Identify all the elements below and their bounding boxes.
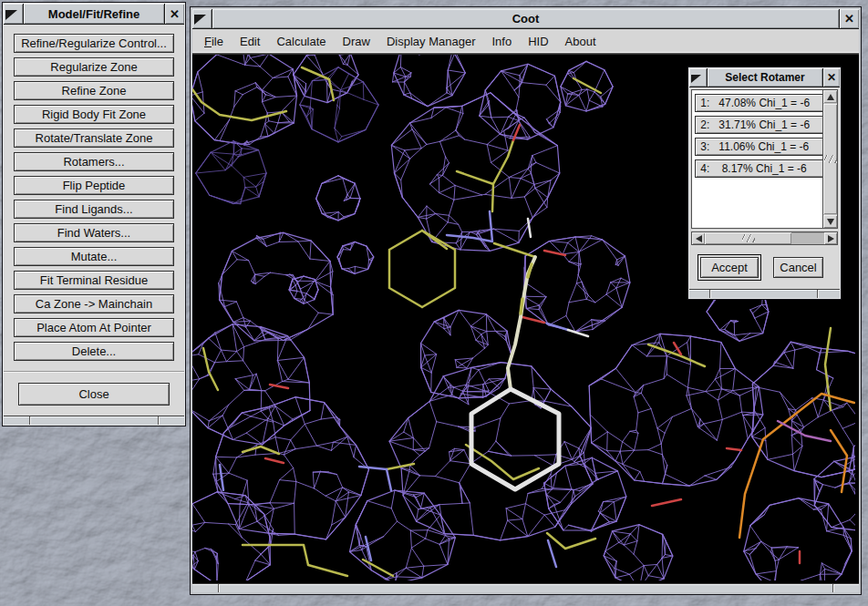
model-fit-refine-button[interactable]: Mutate...: [14, 247, 174, 266]
model-fit-refine-button[interactable]: Flip Peptide: [14, 176, 174, 195]
horizontal-scrollbar[interactable]: [691, 231, 838, 245]
accept-button[interactable]: Accept: [700, 257, 759, 278]
menu-item[interactable]: HID: [520, 35, 556, 48]
scrollbar-thumb[interactable]: [705, 232, 791, 244]
model-fit-refine-button[interactable]: Regularize Zone: [14, 57, 174, 77]
window-menu-icon: [5, 10, 17, 20]
resize-strip[interactable]: [689, 289, 840, 298]
menu-item[interactable]: Edit: [232, 35, 268, 48]
model-fit-refine-button[interactable]: Refine/Regularize Control...: [14, 34, 174, 53]
model-fit-refine-button[interactable]: Find Waters...: [14, 223, 174, 242]
model-fit-refine-button[interactable]: Refine Zone: [14, 81, 174, 100]
rotamer-option[interactable]: 3: 11.06% Chi_1 = -6: [695, 138, 823, 156]
model-fit-refine-button[interactable]: Place Atom At Pointer: [14, 318, 174, 337]
window-title: Coot: [212, 9, 839, 28]
scrollbar-thumb[interactable]: [823, 104, 837, 214]
resize-notch: [832, 584, 833, 592]
model-fit-refine-button[interactable]: Find Ligands...: [14, 200, 174, 219]
mfr-titlebar: Model/Fit/Refine ✕: [4, 4, 184, 25]
scrollbar-trough[interactable]: [791, 232, 824, 244]
window-title: Select Rotamer: [708, 68, 822, 87]
mfr-button-panel: Refine/Regularize Control...Regularize Z…: [4, 25, 184, 372]
window-menu-button[interactable]: [192, 9, 212, 28]
menu-item[interactable]: Draw: [335, 35, 378, 48]
thumb-grip: [824, 155, 837, 163]
close-icon[interactable]: ✕: [164, 4, 184, 24]
resize-notch: [218, 584, 219, 592]
scroll-left-icon[interactable]: [692, 232, 705, 244]
menu-item[interactable]: Info: [483, 35, 520, 48]
window-menu-icon: [691, 75, 701, 83]
vertical-scrollbar[interactable]: [823, 89, 838, 229]
resize-notch: [709, 290, 710, 298]
menubar: FileEditCalculateDrawDisplay ManagerInfo…: [192, 29, 859, 54]
resize-strip[interactable]: [192, 583, 859, 592]
desktop: Coot ✕ FileEditCalculateDrawDisplay Mana…: [0, 0, 868, 606]
coot-titlebar: Coot ✕: [192, 9, 859, 29]
window-menu-button[interactable]: [4, 4, 24, 24]
menu-item[interactable]: About: [557, 35, 604, 48]
scroll-right-icon[interactable]: [824, 232, 837, 244]
mfr-footer: Close: [4, 372, 184, 416]
menu-item[interactable]: Calculate: [268, 35, 334, 48]
model-fit-refine-button[interactable]: Delete...: [14, 342, 174, 361]
model-fit-refine-button[interactable]: Rotamers...: [14, 152, 174, 171]
resize-strip[interactable]: [4, 416, 184, 425]
rotamer-list-frame: 1: 47.08% Chi_1 = -6 2: 31.71% Chi_1 = -…: [691, 89, 838, 229]
scroll-down-icon[interactable]: [823, 215, 837, 228]
default-button-ring: Accept: [698, 254, 761, 281]
cancel-button[interactable]: Cancel: [773, 257, 823, 278]
menu-item[interactable]: File: [196, 35, 232, 48]
window-menu-icon: [194, 15, 206, 25]
resize-notch: [817, 290, 818, 298]
model-fit-refine-button[interactable]: Rigid Body Fit Zone: [14, 105, 174, 124]
thumb-grip: [742, 234, 755, 242]
resize-notch: [29, 416, 30, 425]
window-title: Model/Fit/Refine: [24, 4, 164, 24]
model-fit-refine-window: Model/Fit/Refine ✕ Refine/Regularize Con…: [3, 3, 185, 426]
rotamer-option[interactable]: 2: 31.71% Chi_1 = -6: [695, 116, 823, 134]
close-icon[interactable]: ✕: [822, 68, 840, 87]
model-fit-refine-button[interactable]: Ca Zone -> Mainchain: [14, 294, 174, 313]
window-menu-button[interactable]: [689, 68, 708, 87]
rotamer-titlebar: Select Rotamer ✕: [689, 68, 840, 87]
select-rotamer-dialog: Select Rotamer ✕ 1: 47.08% Chi_1 = -6 2:…: [688, 67, 841, 299]
scroll-up-icon[interactable]: [823, 90, 837, 103]
dialog-actions: Accept Cancel: [689, 245, 840, 289]
rotamer-option[interactable]: 1: 47.08% Chi_1 = -6: [695, 94, 823, 112]
resize-notch: [158, 416, 159, 425]
close-button[interactable]: Close: [18, 383, 170, 406]
menu-item[interactable]: Display Manager: [378, 35, 484, 48]
rotamer-option[interactable]: 4: 8.17% Chi_1 = -6: [695, 159, 823, 178]
close-icon[interactable]: ✕: [839, 9, 859, 28]
model-fit-refine-button[interactable]: Fit Terminal Residue: [14, 271, 174, 290]
model-fit-refine-button[interactable]: Rotate/Translate Zone: [14, 128, 174, 148]
rotamer-list: 1: 47.08% Chi_1 = -6 2: 31.71% Chi_1 = -…: [691, 89, 823, 229]
